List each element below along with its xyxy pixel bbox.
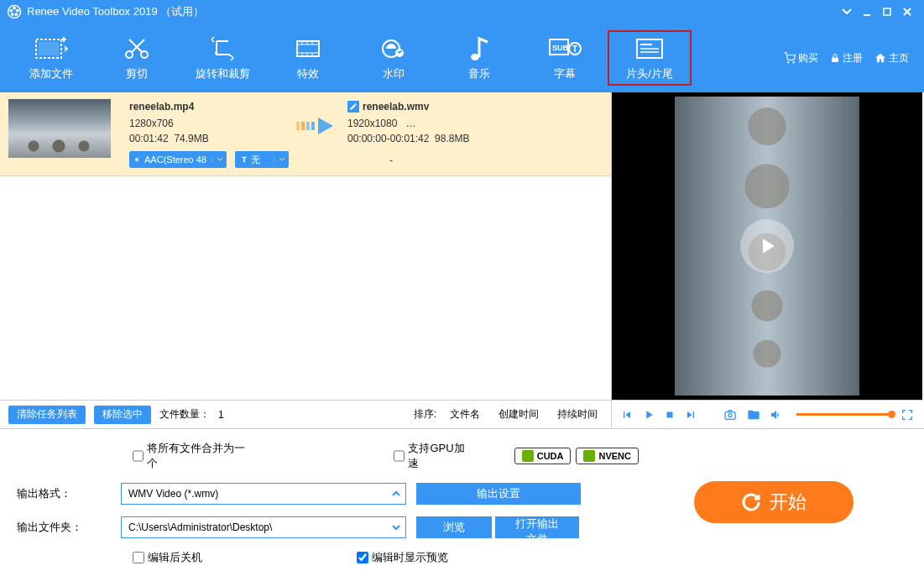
gpu-checkbox[interactable]: 支持GPU加速 [394, 441, 472, 471]
shutdown-checkbox[interactable]: 编辑后关机 [133, 550, 202, 565]
preview-play-button[interactable] [740, 219, 794, 273]
chevron-down-icon [392, 524, 400, 531]
svg-point-3 [14, 13, 18, 16]
toolbar-cut[interactable]: 剪切 [94, 29, 180, 87]
chevron-up-icon [392, 490, 400, 497]
fullscreen-button[interactable] [901, 408, 914, 422]
register-link[interactable]: 注册 [830, 51, 863, 65]
task-row[interactable]: reneelab.mp4 1280x706 00:01:42 74.9MB AA… [0, 92, 611, 176]
menu-dropdown-button[interactable] [837, 3, 857, 20]
toolbar-effects[interactable]: 特效 [265, 29, 351, 87]
merge-all-checkbox[interactable]: 将所有文件合并为一个 [133, 441, 251, 471]
dest-size: 98.8MB [435, 133, 469, 144]
close-button[interactable] [897, 3, 917, 20]
toolbar-title-card[interactable]: 片头/片尾 [608, 30, 692, 86]
nvenc-badge: NVENC [576, 448, 639, 464]
source-duration: 00:01:42 [129, 133, 169, 144]
svg-point-41 [728, 413, 732, 416]
task-list-blank [0, 176, 611, 400]
preview-area [612, 92, 922, 400]
svg-point-32 [788, 62, 789, 63]
browse-button[interactable]: 浏览 [416, 516, 492, 538]
svg-rect-38 [311, 122, 315, 130]
format-label: 输出格式： [17, 486, 111, 501]
svg-rect-39 [667, 411, 673, 417]
dest-dash: - [347, 153, 603, 168]
play-button[interactable] [642, 408, 655, 422]
text-icon [240, 155, 248, 164]
next-button[interactable] [684, 408, 697, 422]
sort-by-created[interactable]: 创建时间 [493, 407, 544, 422]
audio-dropdown[interactable]: AAC(Stereo 48 [129, 151, 227, 168]
svg-point-5 [9, 9, 13, 13]
cuda-badge: CUDA [514, 448, 572, 464]
film-plus-icon [34, 36, 68, 61]
stop-button[interactable] [664, 409, 676, 421]
svg-point-1 [13, 7, 16, 10]
source-size: 74.9MB [174, 133, 208, 144]
toolbar-label: 字幕 [554, 66, 576, 81]
toolbar-music[interactable]: 音乐 [436, 29, 522, 87]
toolbar-label: 旋转和裁剪 [196, 66, 250, 81]
sort-by-duration[interactable]: 持续时间 [552, 407, 603, 422]
toolbar-rotate-crop[interactable]: 旋转和裁剪 [180, 29, 265, 87]
svg-rect-9 [39, 42, 59, 55]
svg-rect-12 [297, 41, 319, 56]
svg-rect-34 [832, 58, 838, 63]
snapshot-button[interactable] [723, 408, 738, 422]
home-link[interactable]: 主页 [874, 51, 909, 65]
volume-slider[interactable] [791, 413, 892, 416]
watermark-icon [379, 36, 408, 61]
arrow-icon [289, 82, 347, 169]
title-card-icon [635, 38, 664, 60]
output-settings-button[interactable]: 输出设置 [416, 483, 581, 505]
folder-label: 输出文件夹： [17, 520, 111, 535]
edit-icon[interactable] [347, 101, 359, 113]
svg-point-4 [11, 13, 14, 16]
open-output-folder-button[interactable]: 打开输出文件 [495, 516, 579, 538]
toolbar-label: 特效 [297, 66, 319, 81]
start-button[interactable]: 开始 [694, 481, 854, 523]
clear-tasks-button[interactable]: 清除任务列表 [8, 406, 86, 424]
open-folder-button[interactable] [746, 408, 761, 422]
folder-combo[interactable]: C:\Users\Administrator\Desktop\ [121, 516, 406, 538]
toolbar-label: 剪切 [126, 66, 148, 81]
source-resolution: 1280x706 [129, 116, 289, 131]
preview-edit-checkbox[interactable]: 编辑时显示预览 [357, 550, 448, 565]
svg-rect-7 [884, 8, 890, 15]
source-info: reneelab.mp4 1280x706 00:01:42 74.9MB AA… [129, 99, 289, 169]
volume-button[interactable] [770, 408, 783, 422]
svg-point-10 [126, 51, 133, 58]
toolbar-add-file[interactable]: 添加文件 [8, 29, 94, 87]
format-combo[interactable]: WMV Video (*.wmv) [121, 483, 406, 505]
dest-info: reneelab.wmv 1920x1080 … 00:00:00-00:01:… [347, 99, 603, 169]
toolbar-watermark[interactable]: 水印 [351, 29, 436, 87]
svg-rect-36 [301, 122, 305, 130]
home-icon [874, 52, 886, 64]
svg-point-33 [793, 62, 794, 63]
sort-by-name[interactable]: 文件名 [445, 407, 485, 422]
speaker-icon [134, 155, 142, 164]
svg-text:T: T [572, 45, 577, 54]
film-fx-icon [294, 36, 322, 61]
svg-text:SUB: SUB [552, 44, 569, 52]
toolbar-subtitle[interactable]: SUBT 字幕 [522, 29, 608, 87]
dest-range: 00:00:00-00:01:42 [347, 133, 429, 144]
crop-rotate-icon [208, 36, 237, 61]
dest-resolution: 1920x1080 [347, 118, 397, 129]
sort-label: 排序: [414, 407, 436, 422]
svg-rect-35 [296, 122, 300, 130]
maximize-button[interactable] [877, 3, 897, 20]
remove-selected-button[interactable]: 移除选中 [94, 406, 151, 424]
source-filename: reneelab.mp4 [129, 99, 289, 114]
dest-res-extra: … [405, 118, 415, 129]
buy-link[interactable]: 购买 [784, 51, 818, 65]
minimize-button[interactable] [857, 3, 877, 20]
subtitle-dropdown[interactable]: 无 [235, 151, 289, 168]
toolbar-label: 片头/片尾 [626, 66, 673, 81]
music-note-icon [467, 35, 492, 62]
prev-button[interactable] [620, 408, 634, 422]
svg-point-11 [141, 51, 148, 58]
toolbar-label: 添加文件 [29, 66, 73, 81]
toolbar-label: 水印 [383, 66, 405, 81]
